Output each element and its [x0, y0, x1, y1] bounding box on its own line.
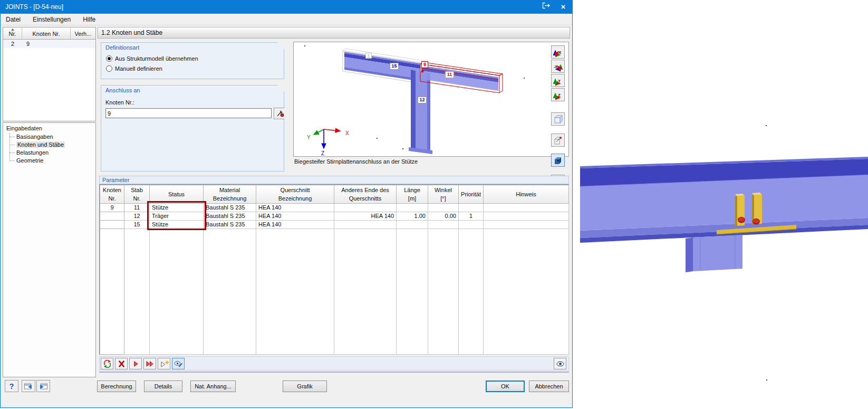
cell-material[interactable]: Baustahl S 235: [204, 212, 256, 221]
berechnung-button[interactable]: Berechnung: [97, 381, 136, 392]
header-material: MaterialBezeichnung: [204, 185, 256, 204]
radio-manuell-definieren[interactable]: [106, 65, 112, 72]
menu-datei[interactable]: Datei: [1, 14, 26, 25]
navigation-tree-panel: Eingabedaten Basisangaben Knoten und Stä…: [3, 122, 96, 377]
cell-anderes[interactable]: [334, 221, 397, 229]
svg-text:X: X: [558, 50, 562, 55]
parameter-group-title: Parameter: [99, 176, 569, 184]
header-querschnitt: QuerschnittBezeichnung: [256, 185, 334, 204]
jump-next-table-button[interactable]: [36, 380, 50, 392]
cell-knoten[interactable]: [100, 221, 124, 229]
details-button[interactable]: Details: [144, 381, 182, 392]
jump-previous-table-button[interactable]: [22, 380, 35, 392]
sort-asc-icon: [11, 28, 14, 31]
title-bar[interactable]: JOINTS - [D-54-neu] ×: [1, 1, 572, 14]
view-in-z-button[interactable]: Z: [551, 88, 565, 101]
anschluss-an-group: Anschluss an Knoten Nr.:: [101, 85, 284, 172]
view-in-minus-x-button[interactable]: -X: [551, 60, 565, 73]
node-list-row[interactable]: 2 9: [3, 40, 95, 48]
solid-model-view-button[interactable]: [551, 154, 565, 167]
column-header-knoten-nr[interactable]: Knoten Nr.: [22, 27, 71, 39]
tree-item-basisangaben[interactable]: Basisangaben: [9, 133, 94, 141]
float-window-icon: [542, 2, 551, 9]
svg-text:-X: -X: [554, 65, 557, 69]
cell-laenge[interactable]: [397, 204, 428, 212]
edit-visibility-button[interactable]: [172, 358, 185, 369]
construction-dot: [766, 125, 767, 126]
apply-all-button[interactable]: [143, 358, 156, 369]
axes-triad: [314, 129, 340, 148]
cell-material[interactable]: Baustahl S 235: [204, 204, 256, 212]
cell-prioritaet[interactable]: 1: [459, 212, 484, 221]
cell-knoten[interactable]: 9: [100, 204, 124, 212]
cell-hinweis[interactable]: [484, 221, 569, 229]
header-stab-nr: StabNr.: [124, 185, 150, 204]
node-list-header: Nr. Knoten Nr. Verh...: [3, 27, 95, 40]
radio-label-strukturmodell[interactable]: Aus Strukturmodell übernehmen: [115, 55, 198, 62]
member-label-1: 1: [365, 53, 372, 59]
regenerate-button[interactable]: [101, 358, 113, 369]
frame-model-render: X Y Z: [294, 42, 568, 156]
cell-hinweis[interactable]: [484, 212, 569, 221]
cell-knoten[interactable]: [100, 212, 124, 221]
tree-item-geometrie[interactable]: Geometrie: [9, 157, 94, 165]
tree-children: Basisangaben Knoten und Stäbe Belastunge…: [9, 133, 94, 165]
cell-hinweis[interactable]: [484, 204, 569, 212]
menu-hilfe[interactable]: Hilfe: [78, 14, 101, 25]
tree-item-belastungen[interactable]: Belastungen: [9, 149, 94, 157]
cell-laenge[interactable]: [397, 221, 428, 229]
delete-row-button[interactable]: [115, 358, 128, 369]
anschluss-an-title: Anschluss an: [101, 85, 284, 93]
close-button[interactable]: ×: [555, 1, 571, 14]
help-button[interactable]: ?: [5, 380, 18, 392]
float-window-icon[interactable]: [538, 1, 554, 14]
show-in-graphic-button[interactable]: [554, 358, 566, 369]
tree-item-knoten-und-staebe[interactable]: Knoten und Stäbe: [9, 141, 94, 149]
menu-bar: Datei Einstellungen Hilfe: [1, 14, 572, 25]
column-header-nr[interactable]: Nr.: [3, 27, 22, 39]
table-empty-area: [100, 229, 569, 355]
cell-laenge[interactable]: 1.00: [397, 212, 428, 221]
radio-label-manuell[interactable]: Manuell definieren: [115, 65, 162, 72]
menu-einstellungen[interactable]: Einstellungen: [27, 14, 76, 25]
pick-node-button[interactable]: [274, 108, 286, 119]
tree-root-eingabedaten[interactable]: Eingabedaten: [6, 125, 42, 131]
cell-querschnitt[interactable]: HEA 140: [256, 204, 334, 212]
cell-querschnitt[interactable]: HEA 140: [256, 212, 334, 221]
ok-button[interactable]: OK: [486, 381, 525, 392]
cell-winkel[interactable]: [428, 204, 459, 212]
svg-text:Z: Z: [558, 93, 561, 98]
status-annotation-box: [147, 201, 206, 230]
grafik-button[interactable]: Grafik: [283, 381, 327, 392]
cell-stab[interactable]: 12: [124, 212, 150, 221]
cell-prioritaet[interactable]: [459, 204, 484, 212]
joints-window: JOINTS - [D-54-neu] × Datei Einstellunge…: [0, 0, 573, 408]
cell-querschnitt[interactable]: HEA 140: [256, 221, 334, 229]
member-label-11: 11: [445, 71, 454, 78]
cell-stab[interactable]: 11: [124, 204, 150, 212]
cell-material[interactable]: Baustahl S 235: [204, 221, 256, 229]
header-knoten-nr: KnotenNr.: [100, 185, 124, 204]
window-title: JOINTS - [D-54-neu]: [5, 3, 63, 11]
work-plane-view-button[interactable]: [551, 134, 565, 147]
apply-row-button[interactable]: [129, 358, 142, 369]
view-in-minus-y-button[interactable]: -Y: [551, 74, 565, 87]
model-viewport[interactable]: X Y Z 1 15 9 11 12: [293, 42, 569, 157]
add-member-button[interactable]: [158, 358, 170, 369]
cell-winkel[interactable]: [428, 221, 459, 229]
column-header-verh[interactable]: Verh...: [71, 27, 95, 39]
abbrechen-button[interactable]: Abbrechen: [529, 381, 569, 392]
panel-divider: [99, 372, 569, 373]
isometric-view-button[interactable]: [551, 112, 565, 126]
cell-prioritaet[interactable]: [459, 221, 484, 229]
knoten-nr-input[interactable]: [105, 108, 272, 118]
view-in-x-button[interactable]: X: [551, 45, 565, 59]
nat-anhang-button[interactable]: Nat. Anhang...: [190, 381, 236, 392]
header-winkel: Winkel[°]: [428, 185, 459, 204]
member-label-15: 15: [390, 63, 399, 70]
cell-anderes[interactable]: [334, 204, 397, 212]
cell-anderes[interactable]: HEA 140: [334, 212, 397, 221]
radio-aus-strukturmodell[interactable]: [106, 55, 112, 62]
cell-stab[interactable]: 15: [124, 221, 150, 229]
cell-winkel[interactable]: 0.00: [428, 212, 459, 221]
